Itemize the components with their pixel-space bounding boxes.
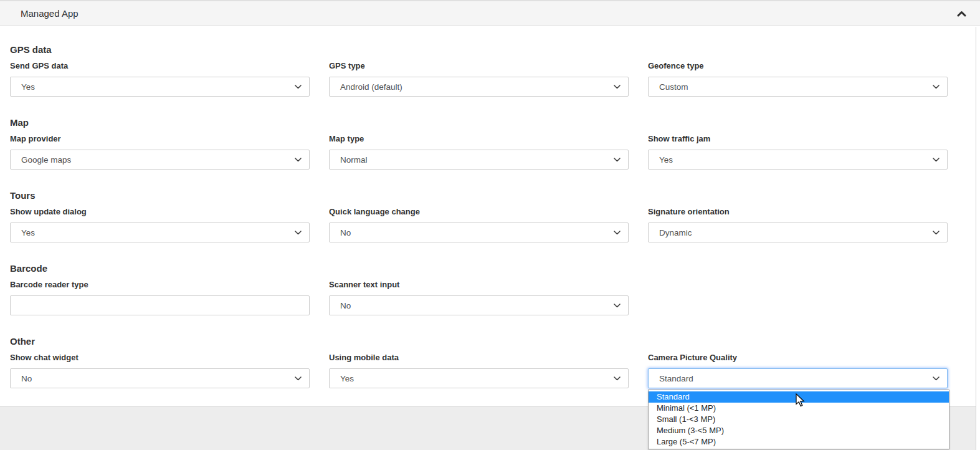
select-value: No: [340, 301, 351, 310]
field-label: Camera Picture Quality: [648, 353, 948, 362]
chevron-down-icon: [614, 85, 621, 89]
field-send-gps-data: Send GPS dataYes: [10, 61, 310, 97]
field-label: Geofence type: [648, 61, 948, 70]
chevron-down-icon: [614, 158, 621, 162]
field-show-traffic-jam: Show traffic jamYes: [648, 134, 948, 170]
camera-picture-quality-dropdown: StandardMinimal (<1 MP)Small (1-<3 MP)Me…: [648, 390, 949, 449]
chevron-down-icon: [295, 158, 302, 162]
chevron-down-icon: [295, 376, 302, 381]
dropdown-option[interactable]: Standard: [649, 391, 949, 403]
field-label: Scanner text input: [329, 280, 629, 289]
dropdown-option[interactable]: Minimal (<1 MP): [649, 403, 949, 414]
field-label: Signature orientation: [648, 207, 948, 216]
field-map-provider: Map providerGoogle maps: [10, 134, 310, 170]
section-title: GPS data: [10, 43, 980, 57]
section-gps-data: GPS dataSend GPS dataYesGPS typeAndroid …: [10, 43, 980, 97]
chevron-down-icon: [295, 85, 302, 89]
show-update-dialog-select[interactable]: Yes: [10, 223, 310, 242]
select-value: Android (default): [340, 82, 402, 92]
field-label: Map provider: [10, 134, 310, 143]
chevron-down-icon: [614, 376, 621, 381]
section-title: Barcode: [10, 262, 980, 275]
gps-type-select[interactable]: Android (default): [329, 77, 629, 97]
select-value: Yes: [340, 374, 354, 383]
select-value: Dynamic: [659, 228, 692, 237]
field-label: Show chat widget: [10, 353, 310, 362]
section-barcode: BarcodeBarcode reader typeScanner text i…: [10, 262, 980, 315]
field-using-mobile-data: Using mobile dataYes: [329, 353, 629, 388]
select-value: No: [340, 228, 351, 237]
field-quick-language-change: Quick language changeNo: [329, 207, 629, 242]
section-title: Map: [10, 116, 980, 130]
chevron-down-icon: [614, 304, 621, 308]
chevron-down-icon: [933, 376, 940, 381]
field-signature-orientation: Signature orientationDynamic: [648, 207, 948, 242]
field-camera-picture-quality: Camera Picture QualityStandardStandardMi…: [648, 353, 948, 388]
collapse-button[interactable]: [957, 11, 966, 17]
chevron-down-icon: [295, 231, 302, 235]
map-type-select[interactable]: Normal: [329, 150, 629, 170]
field-geofence-type: Geofence typeCustom: [648, 61, 948, 97]
field-map-type: Map typeNormal: [329, 134, 629, 170]
field-show-update-dialog: Show update dialogYes: [10, 207, 310, 242]
section-other: OtherShow chat widgetNoUsing mobile data…: [10, 335, 980, 388]
field-label: GPS type: [329, 61, 629, 70]
quick-language-change-select[interactable]: No: [329, 223, 629, 242]
scrollbar-track[interactable]: [976, 27, 980, 450]
section-tours: ToursShow update dialogYesQuick language…: [10, 189, 980, 242]
signature-orientation-select[interactable]: Dynamic: [648, 223, 948, 242]
managed-app-panel: Managed App GPS dataSend GPS dataYesGPS …: [0, 0, 980, 407]
chevron-down-icon: [933, 231, 940, 235]
field-scanner-text-input: Scanner text inputNo: [329, 280, 629, 315]
chevron-down-icon: [933, 158, 940, 162]
camera-picture-quality-select[interactable]: Standard: [648, 368, 948, 388]
section-title: Tours: [10, 189, 980, 203]
panel-title: Managed App: [21, 8, 78, 19]
chevron-up-icon: [957, 11, 966, 17]
dropdown-option[interactable]: Large (5-<7 MP): [649, 436, 949, 448]
field-barcode-reader-type: Barcode reader type: [10, 280, 310, 315]
field-label: Quick language change: [329, 207, 629, 216]
scanner-text-input-select[interactable]: No: [329, 295, 629, 315]
map-provider-select[interactable]: Google maps: [10, 150, 310, 170]
select-value: Google maps: [21, 155, 71, 165]
show-traffic-jam-select[interactable]: Yes: [648, 150, 948, 170]
panel-body: GPS dataSend GPS dataYesGPS typeAndroid …: [0, 26, 980, 406]
field-label: Send GPS data: [10, 61, 310, 70]
field-label: Show update dialog: [10, 207, 310, 216]
show-chat-widget-select[interactable]: No: [10, 368, 310, 388]
field-label: Barcode reader type: [10, 280, 310, 289]
dropdown-option[interactable]: Small (1-<3 MP): [649, 414, 949, 425]
using-mobile-data-select[interactable]: Yes: [329, 368, 629, 388]
select-value: Yes: [659, 155, 673, 165]
section-map: MapMap providerGoogle mapsMap typeNormal…: [10, 116, 980, 170]
barcode-reader-type-input[interactable]: [10, 295, 310, 315]
select-value: No: [21, 374, 32, 383]
panel-header: Managed App: [0, 1, 980, 26]
select-value: Standard: [659, 374, 693, 383]
field-label: Map type: [329, 134, 629, 143]
field-show-chat-widget: Show chat widgetNo: [10, 353, 310, 388]
select-value: Custom: [659, 82, 688, 92]
select-value: Yes: [21, 82, 35, 92]
field-gps-type: GPS typeAndroid (default): [329, 61, 629, 97]
select-value: Normal: [340, 155, 368, 165]
dropdown-option[interactable]: Medium (3-<5 MP): [649, 425, 949, 436]
section-title: Other: [10, 335, 980, 348]
select-value: Yes: [21, 228, 35, 237]
send-gps-data-select[interactable]: Yes: [10, 77, 310, 97]
field-label: Show traffic jam: [648, 134, 948, 143]
chevron-down-icon: [614, 231, 621, 235]
chevron-down-icon: [933, 85, 940, 89]
geofence-type-select[interactable]: Custom: [648, 77, 948, 97]
field-label: Using mobile data: [329, 353, 629, 362]
